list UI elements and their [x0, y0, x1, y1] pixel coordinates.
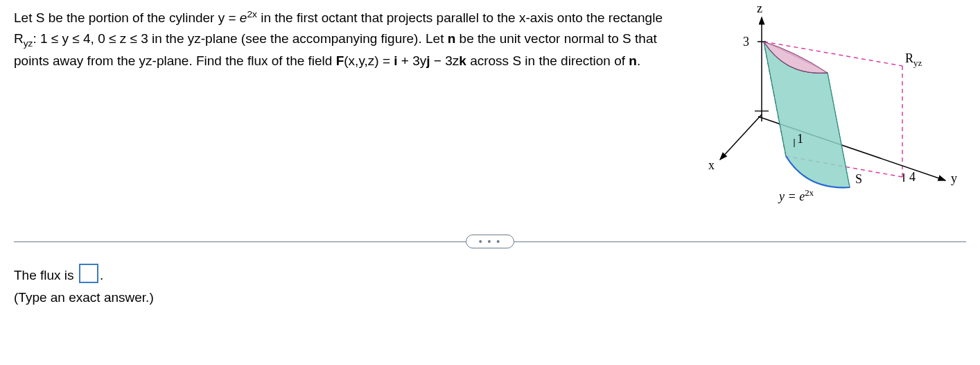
text-part: Let S be the portion of the cylinder y =: [14, 10, 240, 25]
text-part: − 3z: [430, 53, 460, 68]
text-part: (x,y,z) =: [344, 53, 394, 68]
rect-label-Ryz: Ryz: [905, 51, 922, 69]
answer-line1: The flux is .: [14, 264, 966, 287]
eq-exp: 2x: [805, 187, 814, 198]
vector-n: n: [448, 31, 456, 46]
text-part: : 1 ≤ y ≤ 4, 0 ≤ z ≤ 3 in the yz-plane (…: [33, 31, 447, 46]
divider-left: [14, 241, 466, 242]
answer-text-after: .: [100, 268, 103, 282]
vector-n: n: [629, 53, 637, 68]
tick-label-3: 3: [743, 35, 749, 49]
e-symbol: e: [240, 10, 247, 25]
figure-svg: [689, 7, 966, 222]
problem-text: Let S be the portion of the cylinder y =…: [14, 7, 689, 71]
vector-F: F: [336, 53, 344, 68]
Ryz-R: R: [905, 51, 913, 65]
tick-label-1: 1: [797, 132, 803, 146]
answer-text-before: The flux is: [14, 268, 78, 282]
top-section: Let S be the portion of the cylinder y =…: [14, 7, 966, 222]
axis-label-y: y: [951, 171, 957, 186]
eq-part: y =: [779, 189, 799, 203]
tick-label-4: 4: [909, 170, 916, 185]
divider-row: • • •: [14, 235, 966, 248]
figure-3d: z 3 x y 1 4 S Ryz y = e2x: [689, 7, 966, 222]
surface-label-S: S: [855, 172, 862, 187]
answer-section: The flux is . (Type an exact answer.): [14, 264, 966, 309]
axis-label-x: x: [708, 158, 715, 173]
curve-equation: y = e2x: [779, 187, 814, 204]
exp-2x: 2x: [247, 9, 256, 19]
axis-label-z: z: [757, 1, 762, 16]
more-button[interactable]: • • •: [466, 235, 514, 248]
text-part: + 3y: [398, 53, 427, 68]
divider-right: [514, 241, 966, 242]
text-part: .: [637, 53, 640, 68]
text-part: across S in the direction of: [466, 53, 629, 68]
eq-e: e: [799, 189, 805, 203]
answer-input[interactable]: [79, 264, 98, 283]
answer-hint: (Type an exact answer.): [14, 287, 966, 309]
sub-yz: yz: [24, 38, 33, 49]
Ryz-sub: yz: [913, 58, 922, 68]
vector-k: k: [459, 53, 466, 68]
svg-line-7: [720, 114, 762, 160]
